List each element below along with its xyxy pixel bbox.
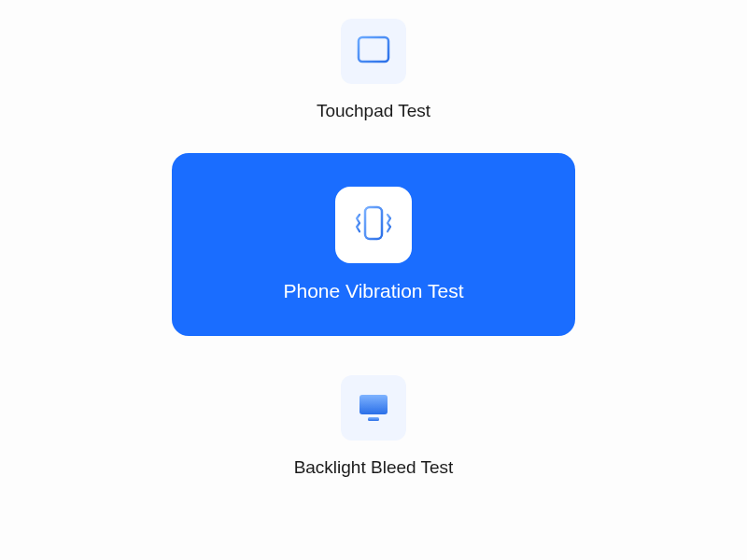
svg-rect-5 bbox=[359, 395, 388, 414]
svg-rect-6 bbox=[368, 417, 379, 421]
test-item-touchpad[interactable]: Touchpad Test bbox=[317, 19, 430, 121]
monitor-icon bbox=[354, 386, 393, 429]
touchpad-icon bbox=[354, 30, 393, 73]
icon-tile bbox=[335, 187, 412, 263]
test-item-phone-vibration[interactable]: Phone Vibration Test bbox=[172, 153, 575, 336]
test-label: Backlight Bleed Test bbox=[294, 457, 454, 478]
test-label: Touchpad Test bbox=[317, 101, 430, 121]
test-item-backlight-bleed[interactable]: Backlight Bleed Test bbox=[294, 375, 454, 478]
icon-tile bbox=[341, 19, 406, 84]
icon-tile bbox=[341, 375, 406, 441]
test-label: Phone Vibration Test bbox=[283, 280, 463, 302]
vibration-icon bbox=[348, 198, 399, 252]
